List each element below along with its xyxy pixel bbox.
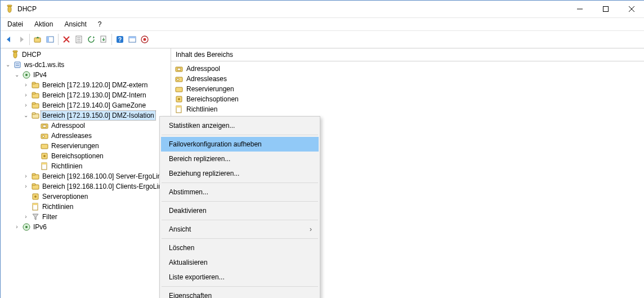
policies-icon — [40, 162, 49, 171]
tree-filter[interactable]: › Filter — [1, 212, 171, 222]
svg-rect-20 — [15, 62, 20, 68]
tree-scope-dmz-isolation[interactable]: ⌄ Bereich [172.19.150.0] DMZ-Isolation — [1, 110, 171, 121]
ctx-ansicht[interactable]: Ansicht› — [161, 222, 319, 237]
expand-right-icon[interactable]: › — [22, 103, 30, 108]
tree-richtlinien[interactable]: Richtlinien — [1, 202, 171, 212]
tree-scope-dmz-extern[interactable]: › Bereich [172.19.120.0] DMZ-extern — [1, 80, 171, 90]
pool-icon — [175, 64, 184, 73]
tree-reservierungen[interactable]: Reservierungen — [1, 141, 171, 151]
dhcp-root-icon — [11, 50, 20, 59]
svg-rect-56 — [176, 87, 182, 92]
policies-icon — [175, 105, 184, 114]
svg-rect-41 — [42, 163, 47, 164]
list-item-adresspool[interactable]: Adresspool — [173, 64, 642, 74]
ctx-statistiken[interactable]: Statistiken anzeigen... — [161, 118, 319, 133]
tree-label: Bereich [172.19.140.0] GameZone — [41, 101, 147, 110]
svg-text:?: ? — [118, 37, 122, 43]
export-list-button[interactable] — [97, 33, 110, 46]
properties-button[interactable] — [73, 33, 85, 46]
ctx-liste-exportieren[interactable]: Liste exportieren... — [161, 270, 319, 284]
forward-button[interactable] — [15, 33, 28, 46]
svg-rect-43 — [32, 174, 35, 175]
back-button[interactable] — [3, 33, 15, 46]
tree-label: Adressleases — [50, 131, 93, 140]
svg-rect-26 — [32, 82, 35, 84]
list-item-reservierungen[interactable]: Reservierungen — [173, 84, 642, 94]
expand-right-icon[interactable]: › — [22, 92, 30, 98]
svg-point-47 — [34, 195, 37, 198]
menu-help[interactable]: ? — [93, 19, 106, 29]
help-button[interactable]: ? — [114, 33, 126, 46]
tree-serveroptionen[interactable]: Serveroptionen — [1, 192, 171, 202]
minimize-button[interactable] — [567, 1, 593, 17]
maximize-button[interactable] — [593, 1, 619, 17]
list-item-bereichsoptionen[interactable]: Bereichsoptionen — [173, 94, 642, 104]
dhcp-action1-button[interactable] — [126, 33, 138, 46]
close-button[interactable] — [619, 1, 644, 17]
svg-rect-0 — [7, 5, 12, 7]
ctx-failover-aufheben[interactable]: Failoverkonfiguration aufheben — [161, 137, 319, 152]
expand-right-icon[interactable]: › — [22, 174, 30, 179]
menu-aktion[interactable]: Aktion — [30, 19, 57, 29]
delete-button[interactable] — [60, 33, 73, 46]
reservations-icon — [175, 84, 184, 94]
svg-rect-7 — [47, 37, 49, 42]
tree-server[interactable]: ⌄ ws-dc1.ws.its — [1, 60, 171, 70]
server-options-icon — [31, 192, 40, 201]
ctx-abstimmen[interactable]: Abstimmen... — [161, 185, 319, 199]
up-button[interactable] — [32, 33, 44, 46]
client-area: DHCP ⌄ ws-dc1.ws.its ⌄ IPv4 › Bereich [1 — [1, 48, 644, 298]
list-item-label: Reservierungen — [186, 85, 234, 93]
tree-adressleases[interactable]: Adressleases — [1, 131, 171, 141]
ctx-loeschen[interactable]: Löschen — [161, 241, 319, 255]
ctx-beziehung-replizieren[interactable]: Beziehung replizieren... — [161, 166, 319, 181]
context-menu-separator — [162, 220, 318, 220]
menu-ansicht[interactable]: Ansicht — [60, 19, 91, 29]
menubar: Datei Aktion Ansicht ? — [1, 18, 644, 31]
expand-down-icon[interactable]: ⌄ — [4, 62, 12, 68]
folder-icon — [31, 81, 40, 90]
filter-icon — [31, 212, 40, 221]
tree-ipv4[interactable]: ⌄ IPv4 — [1, 70, 171, 80]
tree-adresspool[interactable]: Adresspool — [1, 121, 171, 131]
dhcp-action2-button[interactable] — [138, 33, 151, 46]
svg-rect-22 — [16, 65, 19, 66]
ctx-eigenschaften[interactable]: Eigenschaften — [161, 288, 319, 298]
expand-down-icon[interactable]: ⌄ — [13, 72, 21, 78]
expand-right-icon[interactable]: › — [13, 224, 21, 230]
refresh-button[interactable] — [85, 33, 97, 46]
ctx-bereich-replizieren[interactable]: Bereich replizieren... — [161, 152, 319, 166]
tree-scope-server-ergo[interactable]: › Bereich [192.168.100.0] Server-ErgoLin… — [1, 171, 171, 181]
list-item-adressleases[interactable]: Adressleases — [173, 74, 642, 84]
svg-rect-32 — [32, 113, 35, 114]
tree-ipv6[interactable]: › IPv6 — [1, 222, 171, 232]
expand-right-icon[interactable]: › — [22, 214, 30, 220]
ctx-deaktivieren[interactable]: Deaktivieren — [161, 203, 319, 218]
titlebar: DHCP — [1, 1, 644, 18]
menu-datei[interactable]: Datei — [3, 19, 28, 29]
list-item-richtlinien[interactable]: Richtlinien — [173, 104, 642, 114]
tree-richtlinien-scope[interactable]: Richtlinien — [1, 161, 171, 171]
folder-icon — [31, 172, 40, 181]
scope-tree[interactable]: DHCP ⌄ ws-dc1.ws.its ⌄ IPv4 › Bereich [1 — [1, 48, 171, 298]
toolbar-separator — [111, 34, 112, 45]
toolbar-separator — [58, 34, 59, 45]
chevron-right-icon: › — [310, 225, 312, 233]
svg-rect-60 — [176, 106, 181, 108]
expand-down-icon[interactable]: ⌄ — [22, 113, 30, 118]
svg-rect-28 — [32, 92, 35, 94]
tree-scope-clients-ergo[interactable]: › Bereich [192.168.110.0] Clients-ErgoLi… — [1, 181, 171, 192]
tree-bereichsoptionen[interactable]: Bereichsoptionen — [1, 151, 171, 161]
tree-label: IPv4 — [32, 70, 48, 79]
toolbar: ? — [1, 31, 644, 48]
svg-point-39 — [43, 155, 46, 157]
expand-right-icon[interactable]: › — [22, 184, 30, 189]
tree-scope-dmz-intern[interactable]: › Bereich [172.19.130.0] DMZ-Intern — [1, 90, 171, 100]
ctx-aktualisieren[interactable]: Aktualisieren — [161, 255, 319, 270]
tree-scope-gamezone[interactable]: › Bereich [172.19.140.0] GameZone — [1, 100, 171, 110]
context-menu-separator — [162, 201, 318, 202]
tree-root-dhcp[interactable]: DHCP — [1, 50, 171, 60]
expand-right-icon[interactable]: › — [22, 82, 30, 88]
show-hide-tree-button[interactable] — [44, 33, 56, 46]
tree-label: ws-dc1.ws.its — [23, 60, 65, 69]
